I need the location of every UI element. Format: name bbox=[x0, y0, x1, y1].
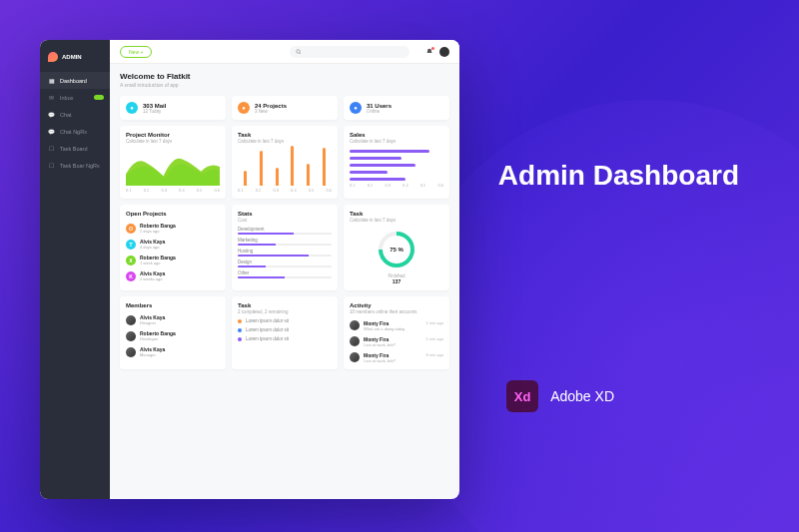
card-subtitle: Cost bbox=[238, 218, 332, 223]
hbar bbox=[350, 171, 388, 174]
card-title: Task bbox=[238, 302, 332, 308]
project-item[interactable]: ORoberto Banga2 days ago bbox=[126, 223, 220, 234]
stat-sub: 3 New bbox=[255, 109, 287, 114]
nav-task-boar-ngrx[interactable]: ☐Task Boar NgRx bbox=[40, 157, 110, 174]
bar bbox=[276, 168, 279, 186]
card-title: Open Projects bbox=[126, 211, 220, 217]
stat-card: ●24 Projects3 New bbox=[232, 96, 338, 120]
user-avatar[interactable] bbox=[439, 47, 449, 57]
main-area: New + Welcome to Flatkit A small introdu… bbox=[110, 40, 459, 499]
activity-avatar bbox=[350, 320, 360, 330]
card-title: Activity bbox=[350, 302, 443, 308]
project-avatar: X bbox=[126, 256, 136, 266]
activity-time: 8 min ago bbox=[425, 352, 443, 357]
member-item[interactable]: Alvis KayaManager bbox=[126, 346, 220, 357]
card-subtitle: 10 members online their accounts bbox=[350, 309, 443, 314]
stats-item: Other bbox=[238, 270, 332, 278]
project-item[interactable]: KAlvis Kaya2 weeks ago bbox=[126, 270, 220, 281]
task-item[interactable]: Lorem ipsum dolor sit bbox=[238, 327, 332, 332]
board-icon: ☐ bbox=[48, 145, 55, 152]
member-item[interactable]: Alvis KayaDesigner bbox=[126, 314, 220, 325]
task-text: Lorem ipsum dolor sit bbox=[246, 336, 289, 341]
content: Welcome to Flatkit A small introduction … bbox=[110, 64, 459, 499]
project-avatar: K bbox=[126, 271, 136, 281]
task-item[interactable]: Lorem ipsum dolor sit bbox=[238, 336, 332, 341]
activity-meta: I am at work, brb!! bbox=[364, 358, 396, 363]
nav-dashboard[interactable]: ▦Dashboard bbox=[40, 72, 110, 89]
project-meta: 1 week ago bbox=[140, 261, 176, 266]
project-avatar: O bbox=[126, 224, 136, 234]
activity-time: 5 min ago bbox=[425, 336, 443, 341]
project-meta: 2 days ago bbox=[140, 229, 176, 234]
nav-chat[interactable]: 💬Chat bbox=[40, 106, 110, 123]
promo-title: Admin Dashboard bbox=[498, 160, 739, 192]
card-title: Task bbox=[238, 132, 332, 138]
hbar bbox=[350, 150, 429, 153]
card-title: Sales bbox=[350, 132, 443, 138]
card-subtitle: 2 completed, 2 remaining bbox=[238, 309, 332, 314]
activity-time: 1 min ago bbox=[425, 320, 443, 325]
nav-label: Dashboard bbox=[60, 78, 87, 84]
member-meta: Manager bbox=[140, 352, 165, 357]
card-title: Project Monitor bbox=[126, 132, 220, 138]
stat-sub: Online bbox=[367, 109, 392, 114]
donut-value: 75 % bbox=[376, 229, 417, 270]
sidebar: ADMIN ▦Dashboard✉Inbox💬Chat💬Chat NgRx☐Ta… bbox=[40, 40, 110, 499]
stat-value: 31 Users bbox=[367, 103, 392, 109]
search-input[interactable] bbox=[290, 46, 409, 58]
activity-avatar bbox=[350, 336, 360, 346]
activity-item: Monty FiraI am at work, brb!!8 min ago bbox=[350, 352, 443, 363]
new-button[interactable]: New + bbox=[120, 46, 152, 58]
logo-icon bbox=[48, 52, 58, 62]
chat-icon: 💬 bbox=[48, 128, 55, 135]
page-title: Welcome to Flatkit bbox=[120, 72, 449, 81]
donut-finished: Finished137 bbox=[350, 273, 443, 284]
activity-item: Monty FiraI am at work, brb!!5 min ago bbox=[350, 336, 443, 347]
chat-icon: 💬 bbox=[48, 111, 55, 118]
member-meta: Designer bbox=[140, 320, 165, 325]
project-meta: 4 days ago bbox=[140, 245, 165, 250]
tasks-card: Task 2 completed, 2 remaining Lorem ipsu… bbox=[232, 296, 338, 369]
nav-task-board[interactable]: ☐Task Board bbox=[40, 140, 110, 157]
stat-card: ●31 UsersOnline bbox=[344, 96, 449, 120]
nav-label: Task Boar NgRx bbox=[60, 163, 100, 169]
card-title: Stats bbox=[238, 211, 332, 217]
task-item[interactable]: Lorem ipsum dolor sit bbox=[238, 318, 332, 323]
stat-icon: ● bbox=[350, 102, 362, 114]
member-item[interactable]: Roberto BangaDeveloper bbox=[126, 330, 220, 341]
nav-label: Inbox bbox=[60, 95, 73, 101]
project-item[interactable]: TAlvis Kaya4 days ago bbox=[126, 239, 220, 250]
member-avatar bbox=[126, 315, 136, 325]
stat-icon: ● bbox=[126, 102, 138, 114]
stat-icon: ● bbox=[238, 102, 250, 114]
brand-logo[interactable]: ADMIN bbox=[40, 48, 110, 72]
member-meta: Developer bbox=[140, 336, 176, 341]
stats-card: Stats Cost DevelopmentMarketingHostingDe… bbox=[232, 205, 338, 290]
bar bbox=[307, 164, 310, 186]
hbar-chart bbox=[350, 150, 443, 181]
project-item[interactable]: XRoberto Banga1 week ago bbox=[126, 255, 220, 266]
nav-label: Chat NgRx bbox=[60, 129, 87, 135]
task-text: Lorem ipsum dolor sit bbox=[246, 327, 289, 332]
sales-card: Sales Calculate in last 7 days 0.10.20.3… bbox=[344, 126, 449, 199]
area-chart bbox=[126, 148, 220, 186]
activity-avatar bbox=[350, 352, 360, 362]
task-dot bbox=[238, 328, 242, 332]
stats-item: Development bbox=[238, 227, 332, 235]
card-title: Task bbox=[350, 211, 443, 217]
activity-item: Monty FiraWhat are u doing today1 min ag… bbox=[350, 320, 443, 331]
nav-chat-ngrx[interactable]: 💬Chat NgRx bbox=[40, 123, 110, 140]
adobe-xd-badge: Xd Adobe XD bbox=[506, 380, 614, 412]
card-subtitle: Calculate in last 7 days bbox=[350, 139, 443, 144]
task-text: Lorem ipsum dolor sit bbox=[246, 318, 289, 323]
stat-sub: 12 Today bbox=[143, 109, 166, 114]
card-subtitle: Calculate in last 7 days bbox=[350, 218, 443, 223]
task-donut-card: Task Calculate in last 7 days 75 % Finis… bbox=[344, 205, 449, 290]
notification-icon[interactable] bbox=[425, 48, 433, 56]
stats-item: Hosting bbox=[238, 249, 332, 257]
brand-name: ADMIN bbox=[62, 54, 82, 60]
task-bar-card: Task Calculate in last 7 days 0.10.20.30… bbox=[232, 126, 338, 199]
task-dot bbox=[238, 337, 242, 341]
nav-inbox[interactable]: ✉Inbox bbox=[40, 89, 110, 106]
stats-item: Design bbox=[238, 260, 332, 267]
